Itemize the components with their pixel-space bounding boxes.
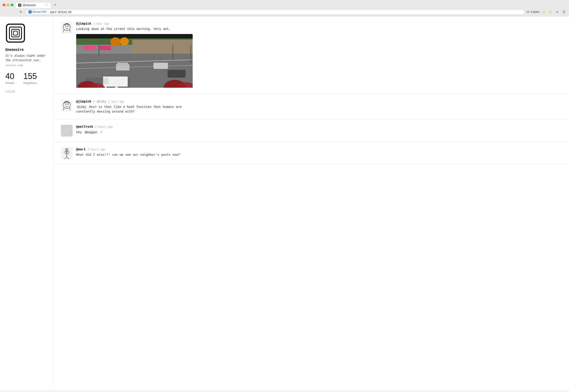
- post-2-time: 1 hour ago: [108, 100, 124, 103]
- street-photo-svg: ↙ ↙: [76, 34, 193, 88]
- address-protocol: dat://: [50, 10, 57, 14]
- svg-rect-49: [99, 45, 99, 56]
- post-2-body: @jimpick > @inky 1 hour ago @inky dns? i…: [76, 99, 562, 114]
- svg-rect-24: [99, 46, 111, 50]
- post-4-time: 3 hours ago: [87, 148, 105, 151]
- svg-line-7: [528, 11, 529, 12]
- post-4-header: @mari 3 hours ago: [76, 147, 562, 151]
- sidebar: @neauoire It's always night under the ul…: [0, 16, 54, 391]
- svg-rect-27: [132, 40, 193, 54]
- post-3-author: @eelfroth: [76, 125, 93, 128]
- svg-rect-42: [167, 70, 185, 78]
- svg-line-8: [527, 12, 528, 13]
- secure-icon: [29, 10, 31, 14]
- lightning-button[interactable]: ⚡: [541, 9, 546, 14]
- post-1-time: 1 hour ago: [93, 22, 109, 25]
- svg-rect-20: [76, 34, 193, 39]
- portals-stat: 40 Portals: [5, 72, 14, 84]
- post-3-time: 2 hours ago: [95, 125, 113, 128]
- eelfroth-avatar-svg: [61, 125, 73, 137]
- peers-count: 4 peers: [530, 10, 539, 14]
- active-tab[interactable]: ◈ @neauoire ×: [15, 2, 51, 8]
- profile-bio: It's always night under the ultraviolet …: [5, 54, 48, 62]
- portals-count: 40: [5, 72, 14, 80]
- avatar-jimpick: [61, 22, 73, 33]
- svg-point-18: [65, 28, 66, 28]
- mari-avatar-svg: [61, 147, 73, 159]
- mention-inky: @inky: [76, 105, 87, 109]
- post-1: @jimpick 1 hour ago Looking down at the …: [54, 16, 569, 94]
- svg-point-47: [110, 37, 120, 46]
- avatar-eelfroth: [61, 125, 73, 137]
- svg-rect-11: [9, 27, 21, 39]
- close-window-button[interactable]: [3, 4, 5, 6]
- svg-point-19: [67, 28, 68, 28]
- svg-line-9: [528, 12, 529, 13]
- stats-row: 40 Portals 155 Neighbors: [5, 72, 48, 84]
- logo-svg: [5, 23, 26, 43]
- svg-rect-50: [172, 45, 173, 60]
- svg-rect-23: [83, 46, 96, 50]
- post-4-author: @mari: [76, 147, 86, 151]
- post-2: @jimpick > @inky 1 hour ago @inky dns? i…: [54, 94, 569, 119]
- tab-title: @neauoire: [23, 4, 36, 7]
- profile-logo: [5, 23, 26, 43]
- secure-badge: Secure P2P: [29, 10, 46, 14]
- post-4: @mari 3 hours ago What did I miss!!! can…: [54, 142, 569, 165]
- post-1-image: ↙ ↙: [76, 34, 193, 89]
- forward-button[interactable]: →: [10, 9, 16, 15]
- minimize-window-button[interactable]: [7, 4, 9, 6]
- jimpick-avatar-svg-2: [61, 99, 73, 111]
- svg-rect-40: [117, 63, 128, 66]
- post-2-author: @jimpick: [76, 99, 91, 103]
- avatar-mari: [61, 147, 73, 159]
- title-bar: ◈ @neauoire × +: [0, 0, 569, 8]
- portals-label: Portals: [5, 81, 14, 84]
- traffic-lights: [3, 4, 14, 6]
- post-4-text: What did I miss!!! can we see our neighb…: [76, 152, 562, 157]
- bookmark-button[interactable]: ☆: [548, 9, 553, 14]
- post-2-reply: > @inky: [93, 99, 106, 103]
- tab-bar: ◈ @neauoire × +: [15, 2, 566, 8]
- share-icon: [526, 10, 530, 14]
- post-2-text: @inky dns? is that like a hash function …: [76, 104, 562, 114]
- dropdown-button[interactable]: ▾: [555, 9, 560, 14]
- post-1-header: @jimpick 1 hour ago: [76, 22, 562, 25]
- peers-badge: 4 peers: [526, 10, 539, 14]
- post-1-text: Looking down at the street this morning.…: [76, 27, 562, 31]
- jimpick-avatar-svg: [61, 22, 73, 33]
- svg-rect-41: [153, 63, 168, 69]
- avatar-jimpick-2: [61, 99, 73, 111]
- page-content: @neauoire It's always night under the ul…: [0, 16, 569, 391]
- tab-favicon-icon: ◈: [18, 4, 21, 7]
- post-3-body: @eelfroth 2 hours ago hey @maggan !: [76, 125, 562, 137]
- menu-button[interactable]: ☰: [561, 9, 566, 14]
- svg-line-6: [527, 11, 528, 12]
- neighbors-stat: 155 Neighbors: [23, 72, 37, 84]
- svg-rect-51: [190, 45, 191, 63]
- post-3: @eelfroth 2 hours ago hey @maggan !: [54, 119, 569, 142]
- back-button[interactable]: ←: [3, 9, 9, 15]
- post-1-author: @jimpick: [76, 22, 91, 25]
- neighbors-label: Neighbors: [23, 81, 37, 84]
- new-tab-button[interactable]: +: [52, 2, 58, 8]
- post-3-text: hey @maggan !: [76, 130, 562, 134]
- tab-close-button[interactable]: ×: [45, 4, 48, 7]
- address-bar[interactable]: Secure P2P | dat:// 2f21e3..85: [26, 9, 525, 15]
- post-2-header: @jimpick > @inky 1 hour ago: [76, 99, 562, 103]
- reload-button[interactable]: ↻: [18, 9, 24, 15]
- neighbors-count: 155: [23, 72, 37, 80]
- profile-link[interactable]: xxiivv.com: [5, 64, 48, 67]
- feed: @jimpick 1 hour ago Looking down at the …: [54, 16, 569, 391]
- svg-rect-38: [103, 78, 109, 84]
- address-separator: |: [48, 10, 49, 14]
- svg-rect-13: [14, 31, 17, 35]
- toolbar-right: 4 peers ⚡ ☆ ▾ ☰: [526, 9, 566, 14]
- version-icon: ▾: [5, 90, 6, 93]
- version-number: 0.1.42: [7, 90, 15, 93]
- svg-point-48: [120, 37, 129, 45]
- address-bar-row: ← → ↻ Secure P2P | dat:// 2f21e3..85: [0, 8, 569, 16]
- address-host: 2f21e3..85: [58, 10, 72, 14]
- maximize-window-button[interactable]: [11, 4, 14, 6]
- profile-username: @neauoire: [5, 48, 48, 52]
